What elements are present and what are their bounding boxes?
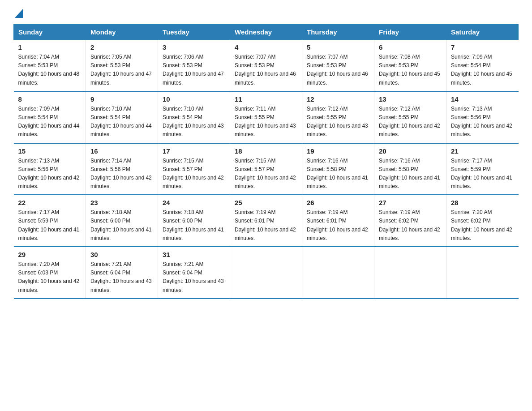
day-cell: 17 Sunrise: 7:15 AMSunset: 5:57 PMDaylig… (158, 143, 230, 195)
day-cell: 26 Sunrise: 7:19 AMSunset: 6:01 PMDaylig… (302, 195, 374, 247)
day-cell: 1 Sunrise: 7:04 AMSunset: 5:53 PMDayligh… (14, 40, 86, 91)
logo (13, 9, 23, 16)
day-cell: 30 Sunrise: 7:21 AMSunset: 6:04 PMDaylig… (86, 247, 158, 299)
day-number: 22 (18, 199, 82, 206)
day-number: 7 (451, 43, 514, 51)
day-cell: 8 Sunrise: 7:09 AMSunset: 5:54 PMDayligh… (14, 91, 86, 143)
day-info: Sunrise: 7:12 AMSunset: 5:55 PMDaylight:… (379, 106, 440, 138)
day-cell: 29 Sunrise: 7:20 AMSunset: 6:03 PMDaylig… (14, 247, 86, 299)
column-header-wednesday: Wednesday (230, 25, 302, 40)
day-number: 10 (163, 95, 225, 103)
day-info: Sunrise: 7:15 AMSunset: 5:57 PMDaylight:… (235, 158, 296, 190)
day-info: Sunrise: 7:21 AMSunset: 6:04 PMDaylight:… (90, 261, 152, 293)
day-info: Sunrise: 7:15 AMSunset: 5:57 PMDaylight:… (163, 158, 224, 190)
day-info: Sunrise: 7:16 AMSunset: 5:58 PMDaylight:… (379, 158, 440, 190)
day-number: 29 (18, 251, 82, 258)
day-cell: 21 Sunrise: 7:17 AMSunset: 5:59 PMDaylig… (446, 143, 519, 195)
day-number: 3 (163, 43, 225, 51)
day-info: Sunrise: 7:09 AMSunset: 5:54 PMDaylight:… (451, 54, 512, 86)
day-cell: 25 Sunrise: 7:19 AMSunset: 6:01 PMDaylig… (230, 195, 302, 247)
day-info: Sunrise: 7:13 AMSunset: 5:56 PMDaylight:… (451, 106, 512, 138)
day-info: Sunrise: 7:18 AMSunset: 6:00 PMDaylight:… (163, 209, 224, 241)
column-header-sunday: Sunday (14, 25, 86, 40)
day-cell (446, 247, 519, 299)
day-cell: 11 Sunrise: 7:11 AMSunset: 5:55 PMDaylig… (230, 91, 302, 143)
day-cell (374, 247, 446, 299)
day-cell: 10 Sunrise: 7:10 AMSunset: 5:54 PMDaylig… (158, 91, 230, 143)
day-cell: 16 Sunrise: 7:14 AMSunset: 5:56 PMDaylig… (86, 143, 158, 195)
day-info: Sunrise: 7:07 AMSunset: 5:53 PMDaylight:… (235, 54, 296, 86)
day-cell: 6 Sunrise: 7:08 AMSunset: 5:53 PMDayligh… (374, 40, 446, 91)
day-info: Sunrise: 7:12 AMSunset: 5:55 PMDaylight:… (307, 106, 368, 138)
day-cell: 15 Sunrise: 7:13 AMSunset: 5:56 PMDaylig… (14, 143, 86, 195)
day-info: Sunrise: 7:10 AMSunset: 5:54 PMDaylight:… (90, 106, 152, 138)
day-number: 20 (379, 147, 442, 155)
day-info: Sunrise: 7:08 AMSunset: 5:53 PMDaylight:… (379, 54, 440, 86)
day-info: Sunrise: 7:05 AMSunset: 5:53 PMDaylight:… (90, 54, 152, 86)
day-number: 2 (90, 43, 153, 51)
day-number: 18 (235, 147, 297, 155)
day-number: 21 (451, 147, 514, 155)
day-cell: 31 Sunrise: 7:21 AMSunset: 6:04 PMDaylig… (158, 247, 230, 299)
column-header-monday: Monday (86, 25, 158, 40)
day-info: Sunrise: 7:18 AMSunset: 6:00 PMDaylight:… (90, 209, 152, 241)
day-cell: 4 Sunrise: 7:07 AMSunset: 5:53 PMDayligh… (230, 40, 302, 91)
day-cell: 7 Sunrise: 7:09 AMSunset: 5:54 PMDayligh… (446, 40, 519, 91)
day-cell (230, 247, 302, 299)
page-header (13, 9, 519, 16)
day-number: 5 (307, 43, 369, 51)
day-info: Sunrise: 7:20 AMSunset: 6:02 PMDaylight:… (451, 209, 512, 241)
day-cell: 14 Sunrise: 7:13 AMSunset: 5:56 PMDaylig… (446, 91, 519, 143)
day-cell: 9 Sunrise: 7:10 AMSunset: 5:54 PMDayligh… (86, 91, 158, 143)
day-number: 28 (451, 199, 514, 206)
day-info: Sunrise: 7:11 AMSunset: 5:55 PMDaylight:… (235, 106, 296, 138)
day-number: 1 (18, 43, 82, 51)
day-cell: 2 Sunrise: 7:05 AMSunset: 5:53 PMDayligh… (86, 40, 158, 91)
day-cell: 12 Sunrise: 7:12 AMSunset: 5:55 PMDaylig… (302, 91, 374, 143)
day-cell: 20 Sunrise: 7:16 AMSunset: 5:58 PMDaylig… (374, 143, 446, 195)
day-number: 11 (235, 95, 297, 103)
calendar-header-row: SundayMondayTuesdayWednesdayThursdayFrid… (14, 25, 519, 40)
day-info: Sunrise: 7:07 AMSunset: 5:53 PMDaylight:… (307, 54, 368, 86)
day-info: Sunrise: 7:19 AMSunset: 6:01 PMDaylight:… (307, 209, 368, 241)
day-number: 26 (307, 199, 369, 206)
day-number: 8 (18, 95, 82, 103)
day-number: 19 (307, 147, 369, 155)
day-number: 6 (379, 43, 442, 51)
day-number: 4 (235, 43, 297, 51)
day-info: Sunrise: 7:19 AMSunset: 6:01 PMDaylight:… (235, 209, 296, 241)
day-info: Sunrise: 7:19 AMSunset: 6:02 PMDaylight:… (379, 209, 440, 241)
day-cell: 24 Sunrise: 7:18 AMSunset: 6:00 PMDaylig… (158, 195, 230, 247)
day-number: 15 (18, 147, 82, 155)
day-number: 9 (90, 95, 153, 103)
day-info: Sunrise: 7:06 AMSunset: 5:53 PMDaylight:… (163, 54, 224, 86)
day-cell: 28 Sunrise: 7:20 AMSunset: 6:02 PMDaylig… (446, 195, 519, 247)
day-number: 25 (235, 199, 297, 206)
day-info: Sunrise: 7:04 AMSunset: 5:53 PMDaylight:… (18, 54, 80, 86)
column-header-saturday: Saturday (446, 25, 519, 40)
day-cell (302, 247, 374, 299)
day-info: Sunrise: 7:21 AMSunset: 6:04 PMDaylight:… (163, 261, 224, 293)
week-row-3: 15 Sunrise: 7:13 AMSunset: 5:56 PMDaylig… (14, 143, 519, 195)
week-row-1: 1 Sunrise: 7:04 AMSunset: 5:53 PMDayligh… (14, 40, 519, 91)
calendar-table: SundayMondayTuesdayWednesdayThursdayFrid… (13, 24, 519, 299)
day-cell: 5 Sunrise: 7:07 AMSunset: 5:53 PMDayligh… (302, 40, 374, 91)
day-number: 30 (90, 251, 153, 258)
day-info: Sunrise: 7:09 AMSunset: 5:54 PMDaylight:… (18, 106, 80, 138)
day-number: 14 (451, 95, 514, 103)
day-number: 31 (163, 251, 225, 258)
logo-triangle-icon (15, 9, 23, 18)
day-cell: 18 Sunrise: 7:15 AMSunset: 5:57 PMDaylig… (230, 143, 302, 195)
day-cell: 3 Sunrise: 7:06 AMSunset: 5:53 PMDayligh… (158, 40, 230, 91)
column-header-thursday: Thursday (302, 25, 374, 40)
day-cell: 22 Sunrise: 7:17 AMSunset: 5:59 PMDaylig… (14, 195, 86, 247)
day-cell: 27 Sunrise: 7:19 AMSunset: 6:02 PMDaylig… (374, 195, 446, 247)
day-info: Sunrise: 7:14 AMSunset: 5:56 PMDaylight:… (90, 158, 152, 190)
week-row-5: 29 Sunrise: 7:20 AMSunset: 6:03 PMDaylig… (14, 247, 519, 299)
day-info: Sunrise: 7:17 AMSunset: 5:59 PMDaylight:… (451, 158, 512, 190)
column-header-friday: Friday (374, 25, 446, 40)
day-info: Sunrise: 7:17 AMSunset: 5:59 PMDaylight:… (18, 209, 80, 241)
day-number: 13 (379, 95, 442, 103)
day-info: Sunrise: 7:13 AMSunset: 5:56 PMDaylight:… (18, 158, 80, 190)
day-info: Sunrise: 7:10 AMSunset: 5:54 PMDaylight:… (163, 106, 224, 138)
